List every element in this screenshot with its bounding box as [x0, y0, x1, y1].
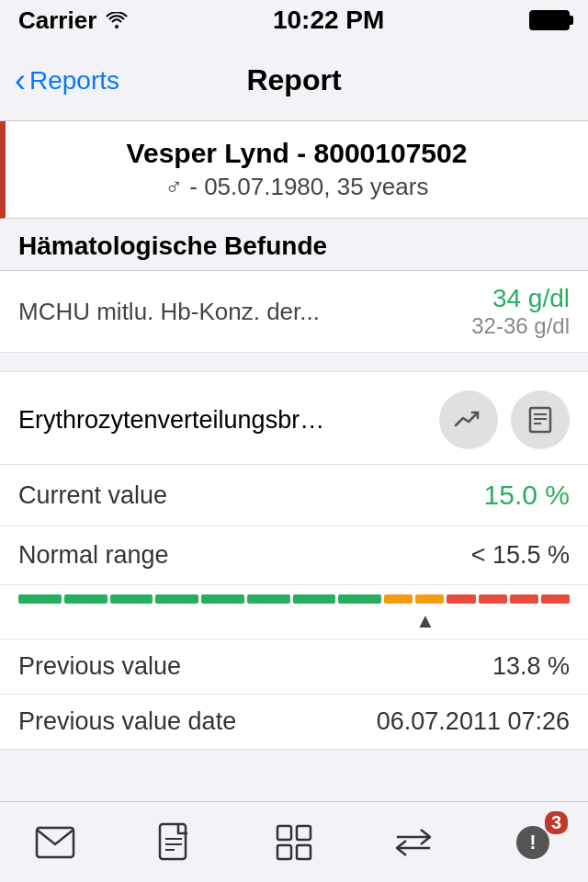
svg-rect-9 — [277, 826, 291, 840]
nav-title: Report — [246, 63, 341, 97]
range-seg-7 — [293, 594, 336, 604]
range-seg-11 — [447, 594, 475, 604]
patient-info: ♂ - 05.07.1980, 35 years — [165, 173, 429, 201]
tab-alert[interactable]: ! 3 — [505, 815, 560, 870]
detail-header: Erythrozytenverteilungsbr… — [0, 372, 588, 465]
svg-rect-12 — [297, 845, 311, 859]
current-value-row: Current value 15.0 % — [0, 465, 588, 526]
normal-range-value: < 15.5 % — [471, 541, 570, 570]
normal-range-label: Normal range — [18, 541, 169, 570]
previous-value-label: Previous value — [18, 652, 181, 681]
range-seg-3 — [110, 594, 153, 604]
previous-date-row: Previous value date 06.07.2011 07:26 — [0, 694, 588, 749]
book-icon — [526, 405, 555, 435]
carrier-label: Carrier — [18, 6, 96, 35]
range-seg-10 — [415, 594, 444, 604]
back-label: Reports — [29, 66, 119, 96]
prev-rows-container: Previous value 13.8 % Previous value dat… — [0, 629, 588, 749]
truncated-item-label: MCHU mitlu. Hb-Konz. der... — [18, 298, 320, 326]
truncated-item-range: 32-36 g/dl — [471, 313, 570, 339]
tab-mail[interactable] — [28, 815, 83, 870]
trend-icon — [454, 405, 483, 435]
range-seg-2 — [64, 594, 107, 604]
transfer-icon — [393, 826, 434, 859]
detail-item-name: Erythrozytenverteilungsbr… — [18, 406, 439, 435]
patient-name: Vesper Lynd - 8000107502 — [127, 138, 468, 169]
gender-symbol: ♂ — [165, 173, 184, 200]
mail-icon — [35, 826, 75, 859]
back-chevron-icon: ‹ — [15, 64, 26, 97]
range-seg-13 — [510, 594, 538, 604]
back-button[interactable]: ‹ Reports — [15, 64, 119, 97]
battery-icon — [529, 10, 570, 30]
detail-actions — [439, 390, 570, 449]
patient-dob: - — [189, 173, 204, 200]
previous-date-value: 06.07.2011 07:26 — [377, 707, 570, 736]
indicator-row: ▲ — [18, 609, 570, 629]
svg-rect-10 — [297, 826, 311, 840]
tab-bar: ! 3 — [0, 801, 588, 882]
section-title: Hämatologische Befunde — [18, 232, 570, 261]
wifi-icon — [106, 6, 128, 35]
time-display: 10:22 PM — [273, 6, 384, 35]
svg-rect-11 — [277, 845, 291, 859]
truncated-item-value: 34 g/dl — [471, 284, 570, 313]
pdf-icon — [158, 822, 191, 863]
truncated-list-item[interactable]: MCHU mitlu. Hb-Konz. der... 34 g/dl 32-3… — [0, 271, 588, 353]
indicator-arrow-icon: ▲ — [415, 609, 435, 633]
detail-card: Erythrozytenverteilungsbr… Current value… — [0, 371, 588, 750]
range-bar — [18, 594, 570, 604]
range-seg-1 — [18, 594, 62, 604]
section-header: Hämatologische Befunde — [0, 219, 588, 271]
battery-area — [529, 10, 570, 30]
tab-pdf[interactable] — [147, 815, 202, 870]
range-seg-12 — [479, 594, 507, 604]
spacer — [0, 353, 588, 362]
current-value-label: Current value — [18, 481, 167, 510]
svg-rect-4 — [37, 828, 74, 857]
range-seg-9 — [384, 594, 413, 604]
previous-value: 13.8 % — [492, 652, 570, 681]
book-button[interactable] — [511, 390, 570, 449]
patient-dob-value: 05.07.1980, 35 years — [204, 173, 428, 200]
trend-button[interactable] — [439, 390, 498, 449]
range-seg-4 — [155, 594, 198, 604]
range-seg-6 — [247, 594, 290, 604]
tab-transfer[interactable] — [386, 815, 441, 870]
normal-range-row: Normal range < 15.5 % — [0, 526, 588, 585]
status-bar: Carrier 10:22 PM — [0, 0, 588, 40]
range-seg-8 — [338, 594, 381, 604]
svg-text:!: ! — [529, 831, 536, 854]
alert-badge: 3 — [545, 811, 568, 834]
previous-value-row: Previous value 13.8 % — [0, 639, 588, 694]
nav-bar: ‹ Reports Report — [0, 40, 588, 121]
truncated-item-values: 34 g/dl 32-36 g/dl — [471, 284, 570, 339]
previous-date-label: Previous value date — [18, 707, 236, 736]
range-seg-14 — [541, 594, 570, 604]
patient-header: Vesper Lynd - 8000107502 ♂ - 05.07.1980,… — [0, 121, 588, 219]
range-bar-container: ▲ — [0, 585, 588, 629]
tab-grid[interactable] — [266, 815, 322, 870]
current-value: 15.0 % — [484, 480, 570, 511]
grid-icon — [276, 824, 312, 861]
svg-rect-5 — [160, 824, 186, 859]
range-seg-5 — [201, 594, 244, 604]
